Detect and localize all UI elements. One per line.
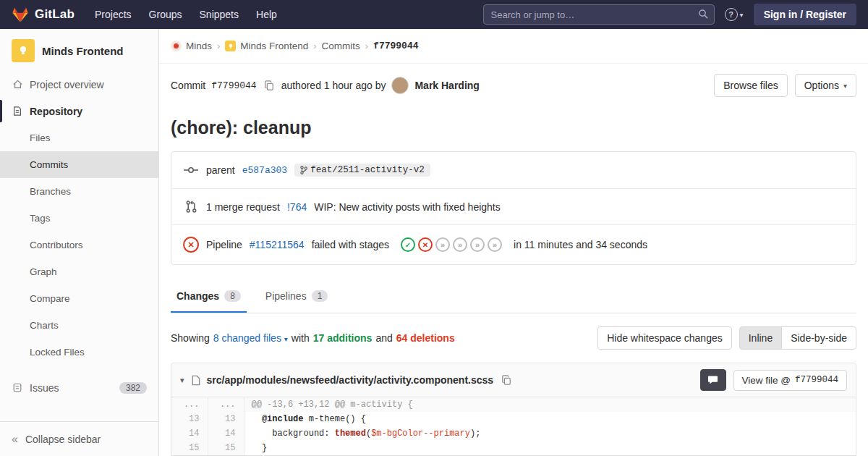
authored-text: authored 1 hour ago by: [281, 80, 386, 91]
copy-sha-button[interactable]: [263, 79, 276, 92]
breadcrumb-item-minds[interactable]: Minds: [171, 41, 212, 51]
side-by-side-view-button[interactable]: Side-by-side: [781, 326, 856, 350]
project-avatar: [12, 39, 35, 62]
minds-icon: [171, 41, 182, 51]
new-line-number[interactable]: 13: [208, 412, 244, 426]
copy-path-button[interactable]: [500, 373, 513, 387]
search-icon[interactable]: [698, 9, 709, 22]
hide-whitespace-button[interactable]: Hide whitespace changes: [597, 326, 732, 350]
changed-files-dropdown[interactable]: 8 changed files ▾: [213, 332, 288, 344]
breadcrumb-label: Minds: [186, 41, 212, 51]
tab-changes[interactable]: Changes8: [171, 281, 247, 313]
breadcrumb-item-commits[interactable]: Commits: [322, 41, 360, 51]
diff-table: ......@@ -13,6 +13,12 @@ m-activity {131…: [171, 397, 856, 455]
breadcrumb-label: f7799044: [373, 41, 418, 51]
pipeline-id-link[interactable]: #115211564: [250, 239, 305, 250]
file-path[interactable]: src/app/modules/newsfeed/activity/activi…: [207, 374, 494, 386]
branch-name: feat/2511-activity-v2: [310, 165, 425, 175]
sidebar-item-project-overview[interactable]: Project overview: [0, 71, 158, 98]
options-dropdown-button[interactable]: Options ▾: [795, 74, 856, 97]
project-header[interactable]: Minds Frontend: [0, 29, 158, 71]
new-line-number[interactable]: ...: [208, 397, 244, 412]
pipeline-stage-skipped-icon[interactable]: »: [488, 237, 502, 252]
chevron-down-icon: ▾: [843, 82, 847, 90]
diff-table-body: ......@@ -13,6 +13,12 @@ m-activity {131…: [171, 397, 856, 455]
inline-view-button[interactable]: Inline: [739, 326, 782, 350]
browse-files-button[interactable]: Browse files: [714, 74, 787, 97]
new-line-number[interactable]: 15: [208, 441, 244, 455]
parent-label: parent: [206, 164, 235, 176]
merge-request-icon: [183, 200, 199, 213]
pipeline-duration: in 11 minutes and 34 seconds: [514, 239, 647, 250]
nav-link-help[interactable]: Help: [256, 9, 277, 20]
nav-links: ProjectsGroupsSnippetsHelp: [95, 9, 277, 20]
old-line-number[interactable]: 15: [171, 441, 208, 455]
parent-sha-link[interactable]: e587a303: [242, 165, 287, 176]
chevron-down-icon: ▾: [740, 11, 744, 19]
nav-link-groups[interactable]: Groups: [149, 9, 182, 20]
tanuki-icon: [12, 7, 29, 23]
breadcrumb: Minds›Minds Frontend›Commits›f7799044: [159, 29, 868, 64]
gitlab-logo[interactable]: GitLab: [12, 7, 75, 23]
sidebar-subitem-commits[interactable]: Commits: [0, 151, 158, 178]
breadcrumb-label: Commits: [322, 41, 360, 51]
sign-in-button[interactable]: Sign in / Register: [754, 4, 856, 25]
search-input[interactable]: [483, 4, 715, 25]
main-content: Minds›Minds Frontend›Commits›f7799044 Co…: [159, 29, 868, 456]
file-icon: [191, 375, 200, 386]
breadcrumb-item-minds-frontend[interactable]: Minds Frontend: [225, 41, 308, 51]
old-line-number[interactable]: 13: [171, 412, 208, 426]
showing-text: Showing: [171, 332, 210, 344]
help-menu[interactable]: ? ▾: [725, 8, 744, 21]
branch-icon: [300, 166, 307, 174]
author-avatar[interactable]: [391, 77, 409, 94]
mr-ref-link[interactable]: !764: [287, 201, 307, 213]
sidebar-subitem-tags[interactable]: Tags: [0, 205, 158, 232]
pipeline-row: ✕ Pipeline #115211564 failed with stages…: [171, 225, 856, 264]
pipeline-stage-failed-icon[interactable]: ✕: [418, 237, 433, 252]
commit-icon: [183, 165, 199, 175]
pipeline-stage-skipped-icon[interactable]: »: [470, 237, 485, 252]
pipeline-failed-icon: ✕: [183, 237, 199, 253]
commit-label: Commit: [171, 80, 205, 91]
old-line-number[interactable]: 14: [171, 426, 208, 441]
collapse-diff-caret[interactable]: ▾: [180, 376, 184, 385]
pipeline-stage-success-icon[interactable]: ✓: [401, 237, 415, 252]
sidebar-subitem-contributors[interactable]: Contributors: [0, 232, 158, 258]
diff-line: 1313 @include m-theme() {: [171, 412, 856, 426]
new-line-number[interactable]: 14: [208, 426, 244, 441]
mr-count-text: 1 merge request: [206, 201, 280, 213]
tab-pipelines[interactable]: Pipelines1: [260, 281, 334, 313]
diff-code: @include m-theme() {: [244, 412, 856, 426]
old-line-number[interactable]: ...: [171, 397, 208, 412]
with-text: with: [292, 332, 310, 344]
sidebar-subitem-branches[interactable]: Branches: [0, 178, 158, 205]
sidebar-subitem-charts[interactable]: Charts: [0, 312, 158, 339]
sidebar-item-label: Project overview: [30, 79, 104, 90]
sidebar-subitem-graph[interactable]: Graph: [0, 258, 158, 285]
sidebar-subitem-compare[interactable]: Compare: [0, 285, 158, 312]
pipeline-stage-skipped-icon[interactable]: »: [435, 237, 450, 252]
issues-count-badge: 382: [119, 382, 147, 394]
diff-code: @@ -13,6 +13,12 @@ m-activity {: [244, 397, 856, 412]
sidebar-subitem-locked-files[interactable]: Locked Files: [0, 339, 158, 366]
sidebar-subitem-files[interactable]: Files: [0, 124, 158, 151]
collapse-sidebar-button[interactable]: « Collapse sidebar: [0, 421, 158, 456]
sidebar-item-issues[interactable]: Issues 382: [0, 374, 158, 401]
diff-line: 1414 background: themed($m-bgColor--prim…: [171, 426, 856, 441]
view-file-button[interactable]: View file @ f7799044: [733, 370, 848, 391]
nav-link-snippets[interactable]: Snippets: [200, 9, 239, 20]
sidebar-item-repository[interactable]: Repository: [0, 98, 158, 124]
sidebar: Minds Frontend Project overview Reposito…: [0, 29, 159, 456]
pipeline-mini-graph: ✓✕»»»»: [401, 237, 502, 252]
nav-link-projects[interactable]: Projects: [95, 9, 132, 20]
pipeline-status-text: failed with stages: [312, 239, 389, 250]
breadcrumb-separator-icon: ›: [217, 41, 220, 51]
pipeline-stage-skipped-icon[interactable]: »: [453, 237, 467, 252]
breadcrumb-label: Minds Frontend: [240, 41, 308, 51]
branch-chip[interactable]: feat/2511-activity-v2: [294, 164, 430, 177]
author-name-link[interactable]: Mark Harding: [414, 80, 479, 91]
options-label: Options: [804, 80, 839, 91]
tab-label: Changes: [176, 290, 219, 302]
toggle-comments-button[interactable]: [700, 369, 726, 391]
